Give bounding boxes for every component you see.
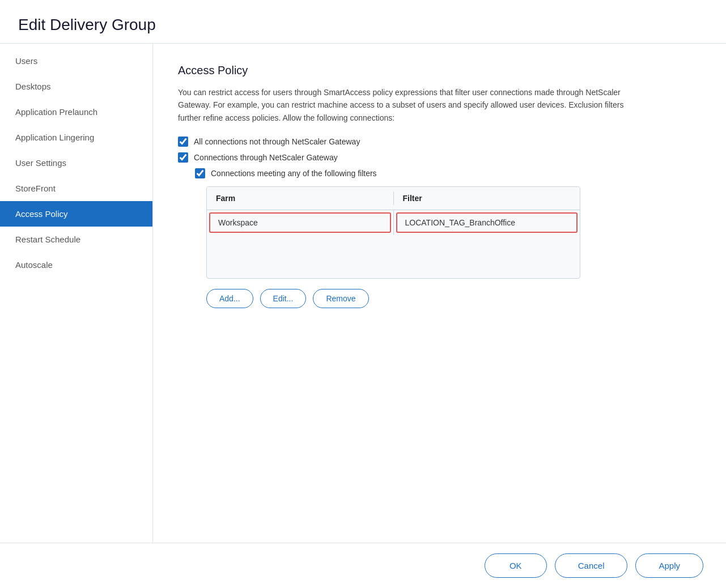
edit-button[interactable]: Edit...	[260, 289, 307, 308]
filter-table-body: Workspace LOCATION_TAG_BranchOffice	[207, 210, 580, 278]
checkbox-netscaler-connections-input[interactable]	[178, 152, 188, 163]
content-area: Access Policy You can restrict access fo…	[153, 44, 726, 543]
action-buttons: Add... Edit... Remove	[206, 289, 701, 308]
filter-cell: LOCATION_TAG_BranchOffice	[396, 212, 578, 233]
sidebar-item-autoscale[interactable]: Autoscale	[0, 252, 152, 278]
table-row[interactable]: Workspace LOCATION_TAG_BranchOffice	[207, 210, 580, 235]
checkbox-filter-connections: Connections meeting any of the following…	[195, 168, 701, 178]
cancel-button[interactable]: Cancel	[555, 553, 628, 578]
sidebar-item-application-lingering[interactable]: Application Lingering	[0, 125, 152, 150]
apply-button[interactable]: Apply	[635, 553, 703, 578]
checkbox-filter-connections-label: Connections meeting any of the following…	[211, 169, 377, 178]
checkbox-all-connections-label: All connections not through NetScaler Ga…	[194, 137, 360, 146]
add-button[interactable]: Add...	[206, 289, 253, 308]
checkbox-netscaler-connections: Connections through NetScaler Gateway	[178, 152, 701, 163]
sidebar-item-user-settings[interactable]: User Settings	[0, 150, 152, 176]
footer: OK Cancel Apply	[0, 543, 726, 588]
remove-button[interactable]: Remove	[313, 289, 368, 308]
checkbox-filter-connections-input[interactable]	[195, 168, 205, 178]
sidebar: Users Desktops Application Prelaunch App…	[0, 44, 153, 543]
ok-button[interactable]: OK	[485, 553, 547, 578]
checkbox-all-connections-input[interactable]	[178, 137, 188, 147]
sidebar-item-users[interactable]: Users	[0, 48, 152, 74]
page-title: Edit Delivery Group	[18, 16, 708, 34]
checkbox-all-connections: All connections not through NetScaler Ga…	[178, 137, 701, 147]
page-header: Edit Delivery Group	[0, 0, 726, 44]
column-header-farm: Farm	[207, 191, 393, 205]
column-header-filter: Filter	[394, 191, 580, 205]
farm-cell: Workspace	[209, 212, 391, 233]
filter-table: Farm Filter Workspace LOCATION_TAG_Branc…	[206, 186, 580, 279]
description-text: You can restrict access for users throug…	[178, 86, 643, 124]
section-title: Access Policy	[178, 64, 701, 77]
checkbox-netscaler-connections-label: Connections through NetScaler Gateway	[194, 153, 338, 162]
main-layout: Users Desktops Application Prelaunch App…	[0, 44, 726, 543]
sidebar-item-application-prelaunch[interactable]: Application Prelaunch	[0, 99, 152, 125]
filter-table-header: Farm Filter	[207, 187, 580, 210]
sidebar-item-restart-schedule[interactable]: Restart Schedule	[0, 227, 152, 252]
sidebar-item-access-policy[interactable]: Access Policy	[0, 201, 152, 227]
sidebar-item-storefront[interactable]: StoreFront	[0, 176, 152, 201]
sidebar-item-desktops[interactable]: Desktops	[0, 74, 152, 99]
row-divider	[393, 210, 394, 235]
